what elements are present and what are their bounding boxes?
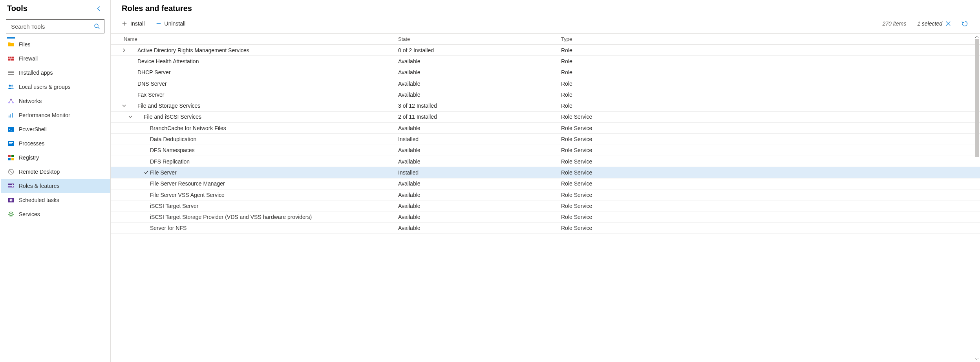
- table-row[interactable]: Active Directory Rights Management Servi…: [111, 45, 980, 56]
- sidebar-item-powershell[interactable]: PowerShell: [1, 122, 110, 136]
- cell-type: Role Service: [561, 125, 974, 131]
- cell-state: Available: [398, 225, 561, 231]
- cell-name: Device Health Attestation: [111, 58, 398, 64]
- row-name: DHCP Server: [137, 69, 171, 75]
- cell-name: DHCP Server: [111, 69, 398, 75]
- sidebar-item-networks[interactable]: Networks: [1, 94, 110, 108]
- svg-rect-28: [11, 158, 14, 160]
- sidebar-item-files[interactable]: Files: [1, 37, 110, 51]
- selection-count[interactable]: 1 selected: [917, 20, 951, 27]
- search-input[interactable]: [10, 23, 93, 30]
- row-name: File and Storage Services: [137, 103, 200, 109]
- sidebar-item-scheduled-tasks[interactable]: Scheduled tasks: [1, 193, 110, 207]
- cell-type: Role: [561, 58, 974, 64]
- cell-state: 0 of 2 Installed: [398, 47, 561, 53]
- chevron-down-icon[interactable]: [119, 103, 130, 108]
- table-scrollbar[interactable]: [974, 34, 980, 362]
- svg-rect-23: [9, 142, 13, 143]
- action-bar: Install Uninstall 270 items 1 selected: [111, 15, 980, 31]
- table-row[interactable]: Device Health AttestationAvailableRole: [111, 56, 980, 67]
- column-name[interactable]: Name: [111, 36, 398, 42]
- table-row[interactable]: File and Storage Services3 of 12 Install…: [111, 100, 980, 111]
- row-name: iSCSI Target Server: [150, 203, 198, 209]
- sidebar-item-firewall[interactable]: Firewall: [1, 51, 110, 66]
- plus-icon: [122, 21, 127, 26]
- minus-icon: [156, 21, 161, 26]
- cell-state: Available: [398, 81, 561, 87]
- table-row[interactable]: Fax ServerAvailableRole: [111, 89, 980, 100]
- install-button[interactable]: Install: [122, 20, 145, 27]
- scroll-thumb[interactable]: [975, 39, 979, 157]
- cell-state: 2 of 11 Installed: [398, 114, 561, 120]
- sidebar-item-label: Files: [19, 41, 31, 48]
- svg-point-10: [9, 85, 11, 87]
- table-row[interactable]: iSCSI Target Storage Provider (VDS and V…: [111, 211, 980, 222]
- table-row[interactable]: Data DeduplicationInstalledRole Service: [111, 134, 980, 145]
- cell-state: Installed: [398, 169, 561, 176]
- sidebar-item-roles-features[interactable]: Roles & features: [1, 179, 110, 193]
- cell-type: Role: [561, 81, 974, 87]
- sidebar-item-remote-desktop[interactable]: Remote Desktop: [1, 165, 110, 179]
- sidebar-item-services[interactable]: Services: [1, 207, 110, 221]
- cell-type: Role: [561, 103, 974, 109]
- column-state[interactable]: State: [398, 36, 561, 42]
- svg-point-0: [95, 24, 98, 28]
- cell-name: File and iSCSI Services: [111, 114, 398, 120]
- row-name: File Server: [150, 169, 177, 176]
- roles-table: Name State Type Active Directory Rights …: [111, 33, 980, 362]
- sidebar-item-label: Firewall: [19, 55, 38, 62]
- table-row[interactable]: DNS ServerAvailableRole: [111, 78, 980, 89]
- refresh-icon: [961, 20, 968, 27]
- sidebar-item-processes[interactable]: Processes: [1, 136, 110, 151]
- collapse-sidebar-button[interactable]: [95, 4, 103, 13]
- tool-list[interactable]: FilesFirewallInstalled appsLocal users &…: [0, 37, 110, 362]
- search-tools-box[interactable]: [6, 19, 104, 33]
- refresh-button[interactable]: [960, 19, 969, 28]
- process-icon: [8, 140, 14, 147]
- cell-name: DFS Namespaces: [111, 147, 398, 153]
- sidebar-item-label: Services: [19, 211, 40, 217]
- uninstall-button[interactable]: Uninstall: [156, 20, 186, 27]
- chevron-right-icon[interactable]: [119, 48, 130, 53]
- svg-rect-26: [11, 155, 14, 157]
- cell-name: Fax Server: [111, 92, 398, 98]
- cell-state: Available: [398, 192, 561, 198]
- sidebar-item-performance-monitor[interactable]: Performance Monitor: [1, 108, 110, 122]
- cell-type: Role Service: [561, 225, 974, 231]
- roles-icon: [8, 183, 14, 189]
- page-title: Roles and features: [111, 1, 980, 15]
- table-row[interactable]: File Server VSS Agent ServiceAvailableRo…: [111, 189, 980, 200]
- table-row[interactable]: iSCSI Target ServerAvailableRole Service: [111, 200, 980, 211]
- search-icon: [93, 22, 101, 30]
- cell-name: DNS Server: [111, 81, 398, 87]
- svg-line-16: [11, 100, 13, 102]
- cell-type: Role: [561, 92, 974, 98]
- sidebar-title: Tools: [7, 4, 27, 13]
- sidebar-item-label: PowerShell: [19, 126, 47, 132]
- cell-type: Role: [561, 69, 974, 75]
- table-row[interactable]: DFS ReplicationAvailableRole Service: [111, 156, 980, 167]
- table-body[interactable]: Active Directory Rights Management Servi…: [111, 45, 980, 362]
- apps-icon: [8, 70, 14, 76]
- table-row[interactable]: DHCP ServerAvailableRole: [111, 67, 980, 78]
- sidebar-item-registry[interactable]: Registry: [1, 151, 110, 165]
- row-name: Device Health Attestation: [137, 58, 199, 64]
- svg-point-39: [10, 213, 12, 215]
- sidebar-item-installed-apps[interactable]: Installed apps: [1, 66, 110, 80]
- sidebar-item-label: Scheduled tasks: [19, 197, 59, 203]
- main-content: Roles and features Install Uninstall 270…: [111, 0, 980, 362]
- table-row[interactable]: File and iSCSI Services2 of 11 Installed…: [111, 112, 980, 123]
- table-row[interactable]: File Server Resource ManagerAvailableRol…: [111, 178, 980, 189]
- cell-name: BranchCache for Network Files: [111, 125, 398, 131]
- column-type[interactable]: Type: [561, 36, 974, 42]
- sidebar-item-local-users-groups[interactable]: Local users & groups: [1, 80, 110, 94]
- terminal-icon: [8, 126, 14, 132]
- table-row[interactable]: DFS NamespacesAvailableRole Service: [111, 145, 980, 156]
- svg-point-12: [10, 99, 12, 100]
- table-header: Name State Type: [111, 34, 980, 45]
- table-row[interactable]: BranchCache for Network FilesAvailableRo…: [111, 123, 980, 134]
- row-name: Active Directory Rights Management Servi…: [137, 47, 249, 53]
- chevron-down-icon[interactable]: [125, 114, 136, 119]
- table-row[interactable]: Server for NFSAvailableRole Service: [111, 223, 980, 234]
- table-row[interactable]: File ServerInstalledRole Service: [111, 167, 980, 178]
